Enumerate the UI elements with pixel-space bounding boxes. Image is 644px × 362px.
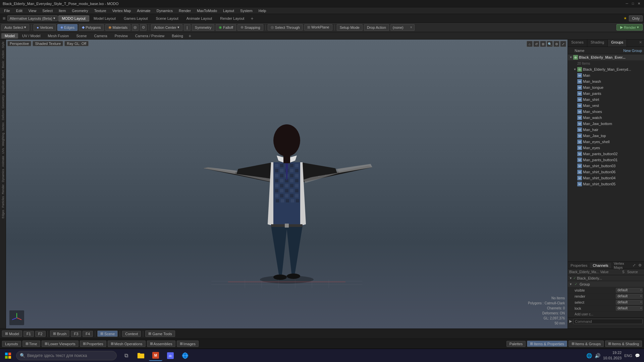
sidebar-item-animate[interactable]: Animate <box>1 155 5 168</box>
tree-item-man-hair[interactable]: M Man_hair <box>568 127 644 133</box>
taskbar-app-discord[interactable]: dc <box>164 350 177 361</box>
bottom-btn-items-shading[interactable]: ⊞ Items & Shading <box>605 341 642 347</box>
tree-item-man-pants-btn02[interactable]: M Man_pants_button02 <box>568 151 644 157</box>
bottom-btn-properties[interactable]: ⊞ Properties <box>80 341 106 347</box>
bottom-btn-mesh-ops[interactable]: ⊞ Mesh Operations <box>108 341 146 347</box>
falloff-button[interactable]: ◉ Falloff <box>216 24 236 31</box>
sidebar-item-style[interactable]: Style <box>1 41 5 49</box>
prop-render-value[interactable]: default ▾ <box>616 294 643 299</box>
bottom-btn-items-properties[interactable]: ⊞ Items & Properties <box>527 341 567 347</box>
layout-tab-model[interactable]: Model Layout <box>90 15 119 21</box>
tree-item-man-shirt-btn04[interactable]: M Man_shirt_button04 <box>568 175 644 181</box>
tree-item-man-tongue[interactable]: M Man_tongue <box>568 84 644 90</box>
minimize-button[interactable]: ─ <box>625 1 629 6</box>
mode-tab-model[interactable]: Model <box>1 33 18 39</box>
alt-layouts-button[interactable]: Alternative Layouts (Beta) ▾ <box>7 15 58 21</box>
mode-tab-add[interactable]: + <box>187 33 193 39</box>
new-group-button[interactable]: New Group <box>623 49 642 53</box>
close-button[interactable]: ✕ <box>637 1 641 6</box>
viewport-area[interactable]: Perspective Shaded Texture Ray GL: Off ⌂… <box>6 40 568 328</box>
tree-item-man-shirt-btn05[interactable]: M Man_shirt_button05 <box>568 181 644 187</box>
menu-vertexmap[interactable]: Vertex Map <box>110 8 134 13</box>
menu-layout[interactable]: Layout <box>220 8 237 13</box>
tree-item-man[interactable]: M Man <box>568 72 644 78</box>
tree-item-group[interactable]: ▼ G Black_Elderly_Man_Everyd... <box>568 66 644 72</box>
menu-maxtomodo[interactable]: MaxToModo <box>194 8 220 13</box>
tree-item-man-shirt-btn03[interactable]: M Man_shirt_button03 <box>568 163 644 169</box>
sidebar-item-geometry[interactable]: Geometry <box>1 95 5 109</box>
status-btn-scene[interactable]: ⊞ Scene <box>97 330 118 337</box>
sidebar-item-duplicate[interactable]: Duplicate <box>1 80 5 94</box>
prop-lock-value[interactable]: default ▾ <box>616 306 643 311</box>
menu-select[interactable]: Select <box>40 8 55 13</box>
prop-settings-icon[interactable]: ⚙ <box>637 263 643 268</box>
taskbar-search-box[interactable]: 🔍 Введите здесь текст для поиска <box>16 351 117 360</box>
symmetry-button[interactable]: Symmetry <box>192 24 215 31</box>
tree-item-man-vest[interactable]: M Man_vest <box>568 103 644 109</box>
mode-tab-scene[interactable]: Scene <box>73 33 90 39</box>
menu-animate[interactable]: Animate <box>134 8 153 13</box>
prop-tab-channels[interactable]: Channels <box>590 263 611 268</box>
edges-button[interactable]: ◈ Edges <box>57 24 77 31</box>
mode-tab-preview[interactable]: Preview <box>111 33 131 39</box>
prop-expand-icon[interactable]: ⤢ <box>631 263 637 268</box>
status-btn-f4[interactable]: F4 <box>83 331 93 337</box>
bottom-btn-images[interactable]: ⊞ Images <box>177 341 199 347</box>
menu-item[interactable]: Item <box>56 8 68 13</box>
polygons-button[interactable]: ◆ Polygons <box>79 24 104 31</box>
status-btn-brush[interactable]: ⊞ Brush <box>50 330 70 337</box>
tree-item-man-shirt[interactable]: M Man_shirt <box>568 97 644 103</box>
tool-icon-1[interactable]: ◎ <box>132 24 139 31</box>
layout-tab-animate[interactable]: Animate Layout <box>183 15 216 21</box>
layout-tab-modo[interactable]: MODO Layout <box>58 15 89 21</box>
menu-edit[interactable]: Edit <box>13 8 25 13</box>
taskbar-start-button[interactable] <box>1 350 15 361</box>
tool-icon-2[interactable]: ⊙ <box>140 24 147 31</box>
vertices-button[interactable]: ● Vertices <box>34 24 56 31</box>
status-btn-f1[interactable]: F1 <box>23 331 34 337</box>
menu-render[interactable]: Render <box>176 8 194 13</box>
status-btn-model[interactable]: ⊞ Model <box>2 330 22 337</box>
sidebar-item-particles[interactable]: Particles <box>1 195 5 208</box>
right-tab-groups[interactable]: Groups <box>608 40 627 47</box>
snapping-button[interactable]: ⊕ Snapping <box>237 24 263 31</box>
maximize-button[interactable]: □ <box>631 1 635 6</box>
menu-geometry[interactable]: Geometry <box>69 8 91 13</box>
tree-item-man-shoes[interactable]: M Man_shoes <box>568 109 644 115</box>
sidebar-item-dynamics[interactable]: Dynamics <box>1 168 5 183</box>
mode-tab-baking[interactable]: Baking <box>168 33 186 39</box>
tree-root[interactable]: ▼ G Black_Elderly_Man_Ever... <box>568 54 644 60</box>
taskbar-app-taskview[interactable]: ⧉ <box>119 350 133 361</box>
right-tab-shading[interactable]: Shading <box>587 40 608 47</box>
prop-visible-value[interactable]: default ▾ <box>616 288 643 293</box>
sidebar-item-deform[interactable]: Deform <box>1 110 5 121</box>
layout-tab-scene[interactable]: Scene Layout <box>152 15 182 21</box>
sidebar-item-uvs[interactable]: UVs <box>1 147 5 155</box>
sidebar-item-weighting[interactable]: Weighting <box>1 132 5 147</box>
prop-tab-properties[interactable]: Properties <box>568 263 590 268</box>
status-btn-f3[interactable]: F3 <box>71 331 81 337</box>
prop-tab-vertexmaps[interactable]: Vertex Maps <box>611 261 631 270</box>
raygl-button[interactable]: Ray GL: Off <box>64 41 89 46</box>
sidebar-item-action[interactable]: Action <box>1 50 5 59</box>
sidebar-item-basic[interactable]: Basic <box>1 60 5 69</box>
select-through-button[interactable]: ◎ Select Through <box>268 24 303 31</box>
tree-item-man-eyes-shell[interactable]: M Man_eyes_shell <box>568 139 644 145</box>
status-btn-gametool[interactable]: ⊞ Game Tools <box>145 330 175 337</box>
tree-item-man-jaw-top[interactable]: M Man_Jaw_top <box>568 133 644 139</box>
menu-view[interactable]: View <box>26 8 39 13</box>
taskbar-app-modo[interactable]: M <box>149 350 162 361</box>
tree-item-man-eyes[interactable]: M Man_eyes <box>568 145 644 151</box>
sidebar-item-vertex[interactable]: Vertex <box>1 122 5 132</box>
sidebar-item-render[interactable]: Render <box>1 184 5 195</box>
menu-dynamics[interactable]: Dynamics <box>154 8 175 13</box>
drop-action-button[interactable]: Drop Action <box>364 24 389 31</box>
bottom-btn-layouts[interactable]: Layouts <box>2 341 21 347</box>
tree-item-man-pants-btn01[interactable]: M Man_pants_button01 <box>568 157 644 163</box>
action-dropdown[interactable]: (none) ▾ <box>390 24 415 31</box>
bottom-btn-assemblies[interactable]: ⊞ Assemblies <box>147 341 175 347</box>
auto-select-button[interactable]: Auto Select ▾ <box>1 24 29 31</box>
menu-help[interactable]: Help <box>256 8 269 13</box>
tree-item-man-watch[interactable]: M Man_watch <box>568 115 644 121</box>
workplane-button[interactable]: ⊞ WorkPlane <box>304 24 332 31</box>
